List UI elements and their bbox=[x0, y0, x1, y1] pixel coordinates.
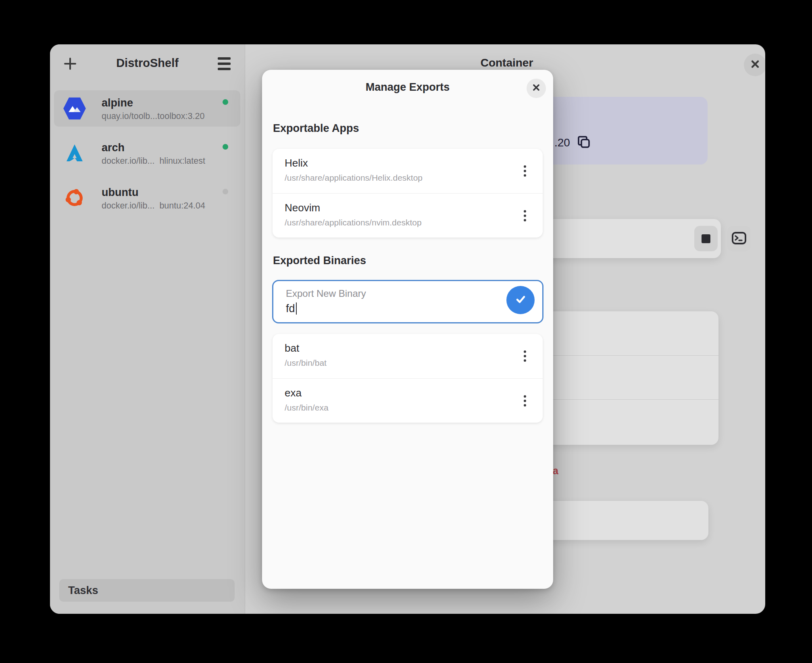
export-new-binary-input[interactable]: Export New Binary fd bbox=[272, 280, 543, 323]
sidebar: DistroShelf alpine quay.io/toolb...toolb… bbox=[50, 44, 245, 614]
close-icon bbox=[532, 83, 541, 94]
copy-button[interactable] bbox=[575, 134, 593, 152]
sidebar-header: DistroShelf bbox=[50, 44, 245, 83]
item-path: /usr/bin/exa bbox=[285, 403, 329, 413]
image-tag-text: .20 bbox=[554, 136, 570, 149]
container-name: alpine bbox=[102, 97, 133, 109]
container-image: docker.io/lib... hlinux:latest bbox=[102, 156, 231, 166]
danger-label-fragment: a bbox=[553, 465, 558, 477]
exported-binaries-list: bat /usr/bin/bat exa /usr/bin/exa bbox=[273, 334, 543, 423]
alpine-logo-icon bbox=[63, 97, 86, 120]
tasks-button[interactable]: Tasks bbox=[59, 579, 235, 602]
copy-icon bbox=[576, 134, 591, 151]
window-close-button[interactable] bbox=[744, 54, 765, 76]
open-terminal-button[interactable] bbox=[727, 226, 751, 251]
item-menu-button[interactable] bbox=[514, 345, 536, 367]
tasks-label: Tasks bbox=[68, 584, 98, 597]
item-path: /usr/bin/bat bbox=[285, 358, 327, 368]
stop-container-button[interactable] bbox=[694, 226, 718, 251]
exportable-apps-heading: Exportable Apps bbox=[273, 122, 359, 135]
item-path: /usr/share/applications/Helix.desktop bbox=[285, 173, 423, 183]
container-name: ubuntu bbox=[102, 186, 138, 199]
item-name: Helix bbox=[285, 157, 308, 169]
status-dot bbox=[223, 144, 228, 150]
container-image: docker.io/lib... buntu:24.04 bbox=[102, 201, 231, 211]
input-text: fd bbox=[286, 302, 295, 315]
item-name: bat bbox=[285, 342, 299, 354]
container-row-ubuntu[interactable]: ubuntu docker.io/lib... buntu:24.04 bbox=[54, 180, 240, 216]
input-value: fd bbox=[286, 302, 297, 315]
terminal-icon bbox=[731, 230, 747, 247]
exported-binaries-heading: Exported Binaries bbox=[273, 254, 366, 267]
container-row-alpine[interactable]: alpine quay.io/toolb...toolbox:3.20 bbox=[54, 90, 240, 127]
dialog-title: Manage Exports bbox=[262, 81, 553, 94]
exportable-apps-list: Helix /usr/share/applications/Helix.desk… bbox=[273, 149, 543, 238]
item-menu-button[interactable] bbox=[514, 160, 536, 182]
confirm-export-button[interactable] bbox=[506, 286, 535, 314]
item-menu-button[interactable] bbox=[514, 204, 536, 227]
item-menu-button[interactable] bbox=[514, 390, 536, 412]
list-item-bat: bat /usr/bin/bat bbox=[273, 334, 543, 378]
dialog-close-button[interactable] bbox=[527, 79, 546, 98]
container-row-arch[interactable]: arch docker.io/lib... hlinux:latest bbox=[54, 135, 240, 171]
list-item-helix: Helix /usr/share/applications/Helix.desk… bbox=[273, 149, 543, 193]
item-name: exa bbox=[285, 387, 302, 399]
input-label: Export New Binary bbox=[286, 288, 366, 299]
container-image: quay.io/toolb...toolbox:3.20 bbox=[102, 111, 231, 121]
app-window: DistroShelf alpine quay.io/toolb...toolb… bbox=[50, 44, 765, 614]
item-path: /usr/share/applications/nvim.desktop bbox=[285, 218, 422, 227]
item-name: Neovim bbox=[285, 202, 320, 214]
arch-logo-icon bbox=[63, 142, 86, 165]
page-title: Container bbox=[245, 56, 765, 69]
close-icon bbox=[750, 59, 760, 71]
status-dot bbox=[223, 189, 228, 194]
text-cursor bbox=[296, 302, 297, 315]
manage-exports-dialog: Manage Exports Exportable Apps Helix /us… bbox=[262, 70, 553, 589]
list-item-neovim: Neovim /usr/share/applications/nvim.desk… bbox=[273, 193, 543, 238]
stop-icon bbox=[702, 234, 710, 243]
list-item-exa: exa /usr/bin/exa bbox=[273, 378, 543, 423]
main-menu-button[interactable] bbox=[213, 52, 235, 75]
ubuntu-logo-icon bbox=[63, 186, 86, 210]
status-dot bbox=[223, 99, 228, 105]
container-name: arch bbox=[102, 142, 125, 154]
checkmark-icon bbox=[514, 292, 527, 308]
